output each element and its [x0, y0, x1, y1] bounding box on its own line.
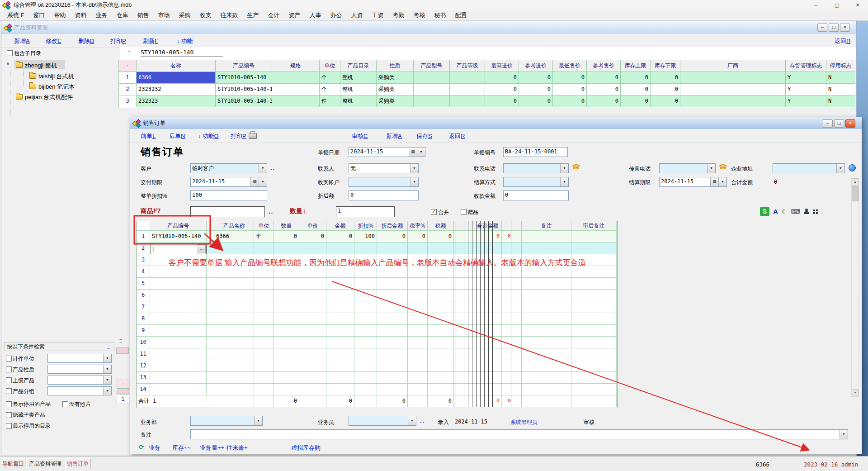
grid-cell[interactable]: [326, 290, 354, 301]
chevron-down-icon[interactable]: ▼: [560, 164, 568, 173]
footer-link-0[interactable]: 业务: [149, 444, 160, 452]
receive-amount-input[interactable]: 0: [503, 190, 569, 200]
product-cell[interactable]: 0: [587, 72, 621, 84]
grid-cell[interactable]: 个: [254, 231, 274, 243]
grid-cell[interactable]: STY1010-005-140: [150, 231, 207, 243]
return-button[interactable]: 返回R: [835, 37, 850, 45]
grid-cell[interactable]: [214, 348, 254, 360]
grid-cell[interactable]: [207, 360, 214, 372]
chevron-down-icon[interactable]: ▼: [707, 164, 715, 173]
grid-cell[interactable]: [254, 313, 274, 325]
grid-cell[interactable]: [150, 290, 207, 301]
memo-input[interactable]: ▼: [190, 429, 848, 439]
grid-cell[interactable]: [571, 231, 617, 243]
product-cell[interactable]: 采购类: [377, 72, 414, 84]
grid-cell[interactable]: [408, 372, 428, 384]
grid-cell[interactable]: [150, 325, 207, 337]
grid-cell[interactable]: [428, 278, 454, 290]
product-cell[interactable]: [680, 95, 786, 107]
product-cell[interactable]: 0: [553, 72, 587, 84]
grid-cell[interactable]: [522, 290, 571, 301]
menu-item-4[interactable]: 业务: [91, 11, 112, 19]
product-cell[interactable]: STY1010-005-140-300: [216, 95, 272, 107]
product-cell[interactable]: 0: [553, 84, 587, 95]
grid-cell[interactable]: [428, 313, 454, 325]
chevron-down-icon[interactable]: ▼: [560, 177, 568, 186]
grid-cell[interactable]: [150, 360, 207, 372]
grid-cell[interactable]: [326, 325, 354, 337]
grid-cell[interactable]: [522, 360, 571, 372]
menu-item-11[interactable]: 生产: [243, 11, 264, 19]
ime-grid-icon[interactable]: [813, 209, 818, 214]
product-cell[interactable]: 件: [320, 95, 340, 107]
grid-cell[interactable]: [254, 278, 274, 290]
grid-cell[interactable]: [377, 243, 408, 254]
grid-cell[interactable]: [207, 337, 214, 348]
dialog-toolbar-right-3[interactable]: 返回R: [449, 132, 465, 140]
grid-cell[interactable]: [214, 384, 254, 395]
grid-cell[interactable]: [150, 348, 207, 360]
grid-cell[interactable]: [354, 313, 377, 325]
grid-cell[interactable]: [428, 360, 454, 372]
gift-checkbox[interactable]: [461, 209, 467, 215]
chevron-down-icon[interactable]: ▼: [103, 365, 111, 373]
grid-cell[interactable]: [207, 243, 214, 254]
grid-cell[interactable]: [207, 231, 214, 243]
grid-cell[interactable]: [150, 278, 207, 290]
grid-cell[interactable]: [254, 372, 274, 384]
product-cell[interactable]: [414, 84, 450, 95]
grid-cell[interactable]: [299, 372, 326, 384]
dialog-scrollbar[interactable]: ▲ ▼: [851, 178, 859, 397]
filter-select-1[interactable]: ▼: [47, 365, 112, 374]
close-icon[interactable]: ✕: [847, 0, 868, 10]
chevron-down-icon[interactable]: ▼: [836, 164, 844, 173]
grid-cell[interactable]: [207, 372, 214, 384]
settle-method-select[interactable]: ▼: [503, 177, 569, 187]
goods-more-button[interactable]: ..: [269, 208, 274, 215]
child-close-icon[interactable]: ✕: [840, 24, 850, 32]
product-cell[interactable]: 0: [651, 95, 680, 107]
menu-item-19[interactable]: 考核: [409, 11, 430, 19]
statusbar-tab-2[interactable]: 销售订单: [65, 458, 90, 469]
grid-cell[interactable]: [571, 243, 617, 254]
merge-checkbox[interactable]: ✓: [431, 209, 437, 215]
grid-cell[interactable]: 0: [428, 231, 454, 243]
grid-cell[interactable]: [428, 337, 454, 348]
grid-cell[interactable]: [377, 337, 408, 348]
product-cell[interactable]: 采购类: [377, 95, 414, 107]
filter-checkbox-3[interactable]: [6, 388, 12, 394]
chevron-down-icon[interactable]: ▼: [410, 164, 418, 173]
deliver-date-picker[interactable]: 2024-11-15▦▼: [190, 177, 267, 187]
locate-input[interactable]: STY1010-005-140: [141, 49, 223, 57]
grid-cell[interactable]: [428, 243, 454, 254]
child-minimize-icon[interactable]: ─: [817, 24, 827, 32]
product-cell[interactable]: N: [826, 72, 855, 84]
menu-item-21[interactable]: 配置: [451, 11, 472, 19]
grid-cell[interactable]: [428, 290, 454, 301]
entry-user-link[interactable]: 系统管理员: [510, 419, 538, 426]
fax-select[interactable]: ▼: [659, 163, 716, 173]
menu-item-13[interactable]: 资产: [284, 11, 305, 19]
grid-cell[interactable]: [214, 290, 254, 301]
grid-cell[interactable]: [522, 313, 571, 325]
grid-cell[interactable]: [214, 301, 254, 313]
pw-toolbar-item-0[interactable]: 新增A: [14, 37, 30, 45]
product-cell[interactable]: 6366: [137, 72, 216, 84]
dialog-toolbar-left-1[interactable]: 后单N: [169, 132, 185, 140]
product-cell[interactable]: 个: [320, 72, 340, 84]
grid-cell[interactable]: [299, 337, 326, 348]
pw-toolbar-item-2[interactable]: 删除D: [78, 37, 94, 45]
pw-toolbar-item-4[interactable]: 刷新F: [143, 37, 158, 45]
product-cell[interactable]: [450, 72, 485, 84]
goods-input[interactable]: [190, 206, 265, 217]
grid-cell[interactable]: [428, 384, 454, 395]
chevron-down-icon[interactable]: ▼: [103, 387, 111, 395]
grid-cell[interactable]: [571, 384, 617, 395]
grid-cell[interactable]: [377, 313, 408, 325]
grid-cell[interactable]: [326, 384, 354, 395]
minimize-icon[interactable]: ─: [806, 0, 826, 10]
grid-cell[interactable]: [326, 337, 354, 348]
grid-edit-cell[interactable]: |…: [151, 243, 207, 254]
product-cell[interactable]: 2323232: [137, 84, 216, 95]
grid-cell[interactable]: [214, 360, 254, 372]
